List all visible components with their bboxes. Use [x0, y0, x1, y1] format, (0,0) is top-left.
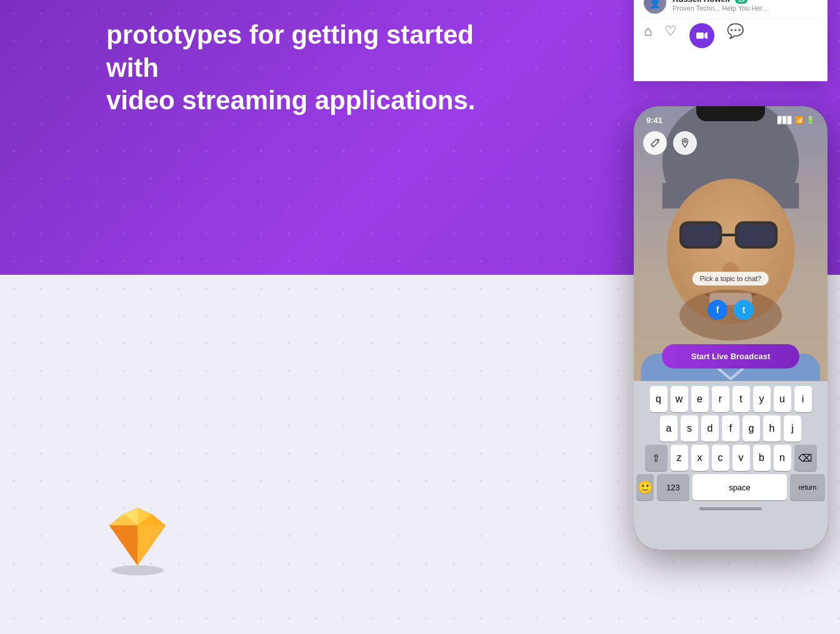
phone-main-inner: 9:41 ▊▊▊ 📶 🔋	[634, 106, 828, 550]
key-i[interactable]: i	[794, 386, 812, 412]
hero-paragraph: prototypes for getting started with vide…	[106, 19, 512, 117]
heart-icon[interactable]: ♡	[664, 23, 677, 48]
key-f[interactable]: f	[722, 415, 739, 442]
topic-chat-overlay[interactable]: Pick a topic to chat?	[692, 272, 769, 285]
key-shift[interactable]: ⇧	[645, 445, 668, 471]
key-q[interactable]: q	[650, 386, 668, 412]
facebook-icon[interactable]: f	[708, 300, 728, 320]
social-icons-row: f t	[708, 300, 754, 320]
keyboard-row-1: q w e r t y u i	[636, 386, 825, 412]
notification-row: 👤 Russell Howell 10 Proven Techn... Help…	[644, 0, 818, 14]
key-emoji[interactable]: 🙂	[636, 474, 654, 500]
key-v[interactable]: v	[732, 445, 750, 471]
key-return[interactable]: return	[790, 474, 825, 500]
user-name-row: Russell Howell 10	[672, 0, 818, 4]
twitter-icon[interactable]: t	[734, 300, 754, 320]
key-space[interactable]: space	[692, 474, 787, 500]
bottom-nav-icons: ⌂ ♡ 💬	[644, 19, 818, 52]
svg-rect-20	[738, 224, 775, 246]
key-t[interactable]: t	[732, 386, 750, 412]
notification-content: Russell Howell 10 Proven Techn... Help Y…	[672, 0, 818, 12]
sketch-logo	[97, 497, 178, 578]
svg-marker-11	[704, 32, 708, 39]
status-time: 9:41	[646, 116, 662, 125]
svg-point-0	[111, 565, 164, 575]
notification-badge: 10	[735, 0, 748, 4]
user-name: Russell Howell	[672, 0, 730, 4]
key-numbers[interactable]: 123	[657, 474, 689, 500]
key-a[interactable]: a	[660, 415, 678, 442]
key-w[interactable]: w	[671, 386, 688, 412]
keyboard: q w e r t y u i a s d f g h j ⇧	[634, 381, 828, 550]
key-z[interactable]: z	[671, 445, 688, 471]
key-u[interactable]: u	[774, 386, 791, 412]
svg-rect-19	[682, 224, 719, 246]
signal-icon: ▊▊▊	[778, 116, 792, 124]
location-icon-btn[interactable]	[673, 131, 697, 155]
key-n[interactable]: n	[774, 445, 791, 471]
keyboard-row-3: ⇧ z x c v b n ⌫	[636, 445, 825, 471]
key-b[interactable]: b	[753, 445, 771, 471]
key-g[interactable]: g	[742, 415, 760, 442]
phone-main: 9:41 ▊▊▊ 📶 🔋	[634, 106, 828, 550]
notification-subtitle: Proven Techn... Help You Her...	[672, 4, 818, 12]
key-d[interactable]: d	[701, 415, 719, 442]
wifi-icon: 📶	[795, 116, 804, 124]
wand-icon-btn[interactable]	[643, 131, 667, 155]
phone-notch	[696, 106, 765, 121]
key-j[interactable]: j	[784, 415, 801, 442]
home-indicator	[699, 507, 762, 510]
svg-rect-10	[696, 32, 704, 39]
key-c[interactable]: c	[712, 445, 729, 471]
battery-icon: 🔋	[806, 116, 815, 124]
key-y[interactable]: y	[753, 386, 771, 412]
key-x[interactable]: x	[691, 445, 709, 471]
key-h[interactable]: h	[763, 415, 781, 442]
start-live-broadcast-button[interactable]: Start Live Broadcast	[662, 344, 799, 369]
phone-top: 👤 Russell Howell 10 Proven Techn... Help…	[634, 0, 828, 81]
svg-point-25	[658, 139, 659, 141]
home-icon[interactable]: ⌂	[644, 23, 652, 48]
keyboard-row-2: a s d f g h j	[636, 415, 825, 442]
home-indicator-row	[636, 503, 825, 510]
phone-top-inner: 👤 Russell Howell 10 Proven Techn... Help…	[634, 0, 828, 81]
key-delete[interactable]: ⌫	[794, 445, 817, 471]
chat-icon[interactable]: 💬	[727, 23, 744, 48]
key-r[interactable]: r	[712, 386, 729, 412]
hero-text-block: prototypes for getting started with vide…	[0, 0, 512, 117]
user-avatar: 👤	[644, 0, 666, 14]
status-icons: ▊▊▊ 📶 🔋	[778, 116, 815, 124]
keyboard-row-4: 🙂 123 space return	[636, 474, 825, 500]
key-e[interactable]: e	[691, 386, 709, 412]
video-icon-active[interactable]	[689, 23, 714, 48]
svg-point-26	[684, 140, 686, 142]
camera-toolbar	[634, 131, 828, 155]
key-s[interactable]: s	[681, 415, 698, 442]
